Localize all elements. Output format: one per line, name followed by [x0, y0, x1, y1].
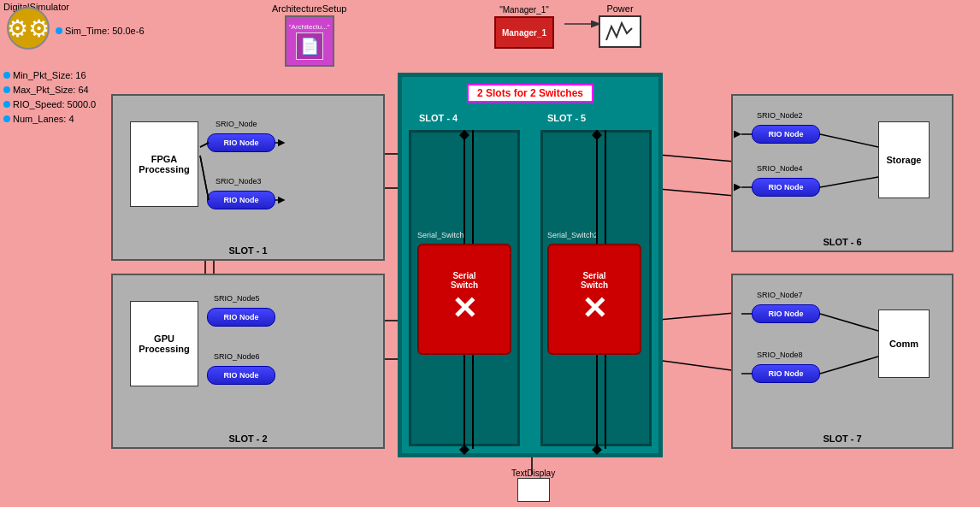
srio-node6-label: SRIO_Node6: [214, 352, 260, 361]
rio-node-8[interactable]: RIO Node: [752, 364, 820, 383]
serial-switch-2[interactable]: Serial Switch ✕: [547, 244, 641, 355]
manager-block[interactable]: "Manager_1" Manager_1: [494, 5, 554, 49]
svg-line-52: [820, 134, 878, 147]
serial-switch-label: Serial_Switch: [417, 231, 464, 239]
comm-label: Comm: [889, 339, 918, 349]
power-label: Power: [606, 3, 633, 14]
slot-2-box: SLOT - 2 GPU Processing SRIO_Node5 RIO N…: [111, 274, 385, 449]
arch-box-label: "Architectu...": [289, 23, 330, 31]
srio-node-label: SRIO_Node: [215, 120, 257, 128]
svg-line-5: [650, 188, 744, 197]
svg-line-35: [200, 156, 209, 200]
slot-1-box: SLOT - 1 FPGA Processing SRIO_Node RIO N…: [111, 94, 385, 261]
slot-2-label: SLOT - 2: [113, 433, 383, 444]
manager-label: "Manager_1": [499, 5, 549, 15]
rio-node-6[interactable]: RIO Node: [207, 366, 275, 385]
serial-switch-1[interactable]: Serial Switch ✕: [417, 244, 511, 355]
switch-area: 2 Slots for 2 Switches SLOT - 4 SLOT - 5…: [398, 73, 663, 457]
storage-box: Storage: [878, 121, 930, 198]
svg-line-57: [820, 357, 878, 374]
sim-time: Sim_Time: 50.0e-6: [56, 26, 145, 36]
slot-1-label: SLOT - 1: [113, 245, 383, 256]
svg-line-7: [650, 359, 744, 372]
svg-line-4: [650, 154, 744, 162]
power-icon: [599, 15, 641, 48]
svg-line-6: [650, 312, 744, 321]
serial-switch2-label: Serial_Switch2: [547, 231, 599, 239]
srio-node3-label: SRIO_Node3: [215, 177, 262, 186]
text-display: TextDisplay: [511, 469, 555, 502]
srio-node2-label: SRIO_Node2: [757, 111, 803, 120]
rio-node-2-slot6[interactable]: RIO Node: [752, 125, 820, 144]
rio-node-5[interactable]: RIO Node: [207, 308, 275, 327]
architecture-setup[interactable]: ArchitectureSetup "Architectu..." 📄: [272, 3, 346, 67]
svg-line-56: [820, 314, 878, 331]
arch-label: ArchitectureSetup: [272, 3, 346, 14]
rio-node-4-slot6[interactable]: RIO Node: [752, 178, 820, 197]
srio-node4-label: SRIO_Node4: [757, 164, 803, 173]
storage-label: Storage: [887, 155, 922, 165]
srio-node7-label: SRIO_Node7: [757, 291, 803, 299]
switch-area-label: 2 Slots for 2 Switches: [467, 84, 593, 103]
rio-node-7[interactable]: RIO Node: [752, 304, 820, 323]
fpga-processing-box: FPGA Processing: [130, 121, 198, 207]
text-display-box: [517, 478, 550, 502]
app-logo-icon: ⚙: [7, 7, 50, 50]
comm-box: Comm: [878, 310, 930, 378]
slot-6-box: SLOT - 6 SRIO_Node2 RIO Node SRIO_Node4 …: [731, 94, 953, 252]
srio-node5-label: SRIO_Node5: [214, 294, 260, 303]
slot-7-label: SLOT - 7: [733, 433, 952, 444]
text-display-label: TextDisplay: [511, 469, 555, 478]
svg-line-39: [200, 156, 209, 200]
gpu-processing-box: GPU Processing: [130, 301, 198, 386]
rio-node-2[interactable]: RIO Node: [207, 191, 275, 209]
srio-node8-label: SRIO_Node8: [757, 351, 803, 359]
slot-6-label: SLOT - 6: [733, 237, 952, 247]
slot-5-label: SLOT - 5: [547, 113, 586, 123]
rio-node-1[interactable]: RIO Node: [207, 133, 275, 152]
stats-block: Min_Pkt_Size: 16 Max_Pkt_Size: 64 RIO_Sp…: [3, 68, 96, 127]
svg-line-53: [820, 177, 878, 187]
slot-4-label: SLOT - 4: [419, 113, 458, 123]
power-block: Power: [599, 3, 641, 48]
slot-7-box: SLOT - 7 SRIO_Node7 RIO Node SRIO_Node8 …: [731, 274, 953, 449]
manager-box: Manager_1: [494, 16, 554, 49]
